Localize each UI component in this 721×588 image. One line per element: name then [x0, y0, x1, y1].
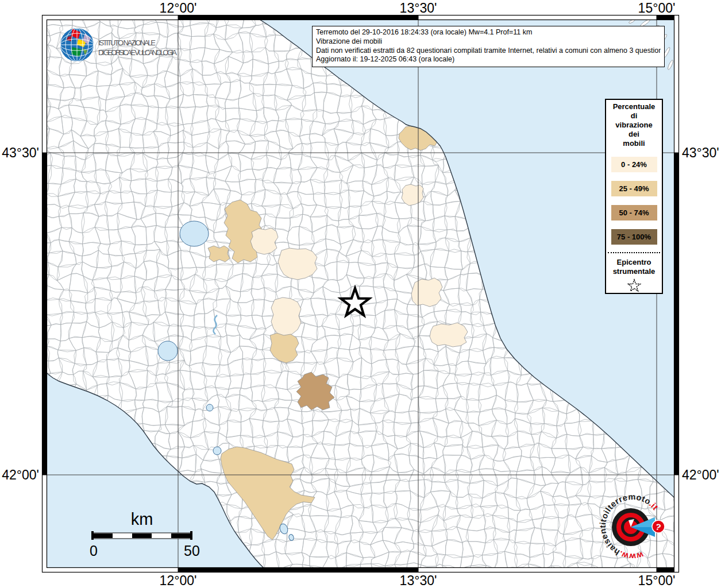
event-info-box: Terremoto del 29-10-2016 18:24:33 (ora l…	[312, 26, 665, 67]
legend-class-50-74: 50 - 74%	[611, 205, 657, 220]
lon-label-bottom-3: 15°00'	[638, 573, 676, 588]
legend-class-25-49: 25 - 49%	[611, 181, 657, 196]
municipality-0-24	[411, 278, 442, 307]
legend-epicenter-line2: strumentale	[606, 267, 662, 276]
lat-label-right-1: 43°30'	[682, 145, 719, 161]
lake	[180, 221, 209, 246]
municipality-50-74	[296, 372, 334, 410]
lat-label-left-1: 43°30'	[0, 145, 39, 161]
lon-label-top-3: 15°00'	[638, 1, 676, 16]
scale-bar-unit: km	[131, 510, 153, 528]
legend-epicenter-line1: Epicentro	[606, 258, 662, 267]
legend-class-0-24: 0 - 24%	[611, 157, 657, 172]
legend-title-line: dei	[606, 130, 662, 139]
event-update-time: Aggiornato il: 19-12-2025 06:43 (ora loc…	[316, 55, 661, 64]
legend-class-label: 50 - 74%	[619, 208, 649, 217]
legend: Percentuale di vibrazione dei mobili 0 -…	[605, 99, 663, 294]
ingv-name-line1: ISTITUTO NAZIONALE	[98, 38, 156, 47]
lon-label-top-1: 12°00'	[160, 1, 197, 16]
legend-class-label: 25 - 49%	[619, 184, 649, 193]
lon-label-bottom-2: 13°30'	[400, 573, 437, 588]
legend-title-line: mobili	[606, 139, 662, 148]
map-page: km 0 50	[0, 0, 721, 588]
legend-title-line: Percentuale	[606, 102, 662, 111]
lake	[206, 404, 213, 411]
lake	[213, 447, 221, 455]
lat-label-left-2: 42°00'	[0, 467, 39, 483]
legend-title-line: vibrazione	[606, 121, 662, 130]
municipality-25-49	[208, 246, 230, 262]
legend-title-line: di	[606, 111, 662, 121]
lake	[158, 341, 178, 361]
legend-divider	[608, 252, 660, 253]
event-title: Terremoto del 29-10-2016 18:24:33 (ora l…	[316, 28, 661, 37]
scale-bar-start: 0	[90, 543, 98, 559]
lon-label-top-2: 13°30'	[400, 1, 437, 16]
legend-class-label: 0 - 24%	[621, 160, 647, 169]
event-data-note: Dati non verificati estratti da 82 quest…	[316, 47, 661, 56]
ingv-name-line2: DI GEOFISICA E VULCANOLOGIA	[98, 48, 177, 57]
municipality-0-24	[271, 297, 301, 336]
legend-class-75-100: 75 - 100%	[611, 229, 657, 245]
scale-bar-end: 50	[184, 543, 200, 559]
municipality-0-24	[430, 323, 468, 347]
event-subtitle: Vibrazione dei mobili	[316, 37, 661, 47]
lat-label-right-2: 42°00'	[682, 467, 719, 483]
legend-star-icon	[627, 278, 642, 293]
lon-label-bottom-1: 12°00'	[160, 573, 197, 588]
legend-class-label: 75 - 100%	[617, 233, 651, 241]
